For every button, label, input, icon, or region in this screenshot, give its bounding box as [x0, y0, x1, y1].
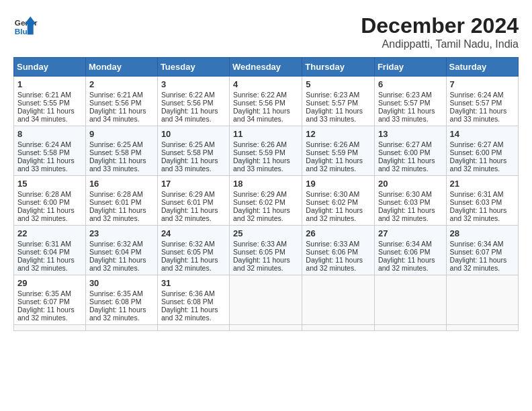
calendar-cell: 1Sunrise: 6:21 AMSunset: 5:55 PMDaylight…	[14, 77, 86, 126]
calendar-cell	[374, 275, 446, 325]
daylight-label: Daylight: 11 hours	[378, 107, 435, 115]
daylight-minutes: and 34 minutes.	[89, 115, 140, 123]
day-number: 24	[161, 228, 226, 238]
daylight-label: Daylight: 11 hours	[233, 107, 290, 115]
calendar-cell: 4Sunrise: 6:22 AMSunset: 5:56 PMDaylight…	[230, 77, 302, 126]
day-number: 30	[89, 278, 154, 288]
calendar-cell: 3Sunrise: 6:22 AMSunset: 5:56 PMDaylight…	[157, 77, 229, 126]
sunset-label: Sunset: 5:59 PM	[306, 148, 358, 156]
calendar-cell: 11Sunrise: 6:26 AMSunset: 5:59 PMDayligh…	[230, 126, 302, 176]
sunset-label: Sunset: 5:58 PM	[17, 148, 70, 156]
daylight-minutes: and 32 minutes.	[161, 264, 212, 272]
sunrise-label: Sunrise: 6:30 AM	[306, 190, 359, 198]
day-number: 13	[378, 129, 443, 139]
sunrise-label: Sunrise: 6:34 AM	[450, 240, 504, 248]
calendar-cell: 18Sunrise: 6:29 AMSunset: 6:02 PMDayligh…	[230, 176, 302, 226]
col-friday: Friday	[374, 58, 446, 77]
day-number: 10	[161, 129, 226, 139]
calendar-cell	[374, 325, 446, 331]
daylight-label: Daylight: 11 hours	[89, 306, 146, 314]
sunset-label: Sunset: 5:58 PM	[161, 148, 214, 156]
day-number: 18	[233, 179, 298, 189]
day-number: 1	[17, 79, 82, 89]
calendar-cell: 21Sunrise: 6:31 AMSunset: 6:03 PMDayligh…	[446, 176, 518, 226]
calendar-cell	[302, 275, 375, 325]
day-number: 9	[89, 129, 154, 139]
daylight-minutes: and 32 minutes.	[306, 165, 356, 173]
daylight-minutes: and 32 minutes.	[17, 264, 68, 272]
calendar-cell: 29Sunrise: 6:35 AMSunset: 6:07 PMDayligh…	[14, 275, 86, 325]
calendar-cell: 17Sunrise: 6:29 AMSunset: 6:01 PMDayligh…	[157, 176, 229, 226]
sunrise-label: Sunrise: 6:23 AM	[306, 91, 359, 99]
daylight-minutes: and 33 minutes.	[89, 165, 140, 173]
sunset-label: Sunset: 6:05 PM	[161, 248, 214, 256]
calendar-cell: 24Sunrise: 6:32 AMSunset: 6:05 PMDayligh…	[157, 226, 229, 275]
daylight-label: Daylight: 11 hours	[89, 206, 146, 214]
daylight-label: Daylight: 11 hours	[89, 156, 146, 165]
calendar-cell: 5Sunrise: 6:23 AMSunset: 5:57 PMDaylight…	[302, 77, 375, 126]
day-number: 5	[306, 79, 371, 89]
sunset-label: Sunset: 6:01 PM	[161, 198, 214, 206]
sunrise-label: Sunrise: 6:32 AM	[89, 240, 143, 248]
daylight-minutes: and 34 minutes.	[161, 115, 212, 123]
daylight-label: Daylight: 11 hours	[161, 256, 218, 264]
calendar-cell: 20Sunrise: 6:30 AMSunset: 6:03 PMDayligh…	[374, 176, 446, 226]
daylight-label: Daylight: 11 hours	[17, 156, 75, 165]
calendar-cell	[85, 325, 157, 331]
col-wednesday: Wednesday	[230, 58, 302, 77]
sunrise-label: Sunrise: 6:33 AM	[306, 240, 359, 248]
calendar-row: 8Sunrise: 6:24 AMSunset: 5:58 PMDaylight…	[14, 126, 519, 176]
location: Andippatti, Tamil Nadu, India	[361, 38, 519, 50]
sunrise-label: Sunrise: 6:35 AM	[17, 289, 71, 298]
sunrise-label: Sunrise: 6:22 AM	[161, 91, 215, 99]
calendar-header-row: Sunday Monday Tuesday Wednesday Thursday…	[14, 58, 519, 77]
day-number: 27	[378, 228, 443, 238]
day-number: 11	[233, 129, 298, 139]
sunrise-label: Sunrise: 6:31 AM	[17, 240, 71, 248]
day-number: 12	[306, 129, 371, 139]
sunset-label: Sunset: 5:57 PM	[306, 99, 358, 107]
daylight-label: Daylight: 11 hours	[378, 156, 435, 165]
sunrise-label: Sunrise: 6:28 AM	[17, 190, 71, 198]
page-header: General Blue December 2024 Andippatti, T…	[13, 13, 519, 50]
sunrise-label: Sunrise: 6:29 AM	[161, 190, 215, 198]
daylight-minutes: and 32 minutes.	[17, 214, 68, 222]
calendar-body: 1Sunrise: 6:21 AMSunset: 5:55 PMDaylight…	[14, 77, 519, 331]
calendar-cell: 22Sunrise: 6:31 AMSunset: 6:04 PMDayligh…	[14, 226, 86, 275]
calendar-cell: 31Sunrise: 6:36 AMSunset: 6:08 PMDayligh…	[157, 275, 229, 325]
calendar-cell: 13Sunrise: 6:27 AMSunset: 6:00 PMDayligh…	[374, 126, 446, 176]
day-number: 7	[450, 79, 515, 89]
sunrise-label: Sunrise: 6:22 AM	[233, 91, 287, 99]
sunrise-label: Sunrise: 6:34 AM	[378, 240, 432, 248]
daylight-minutes: and 34 minutes.	[233, 115, 283, 123]
calendar-cell	[302, 325, 375, 331]
day-number: 20	[378, 179, 443, 189]
daylight-label: Daylight: 11 hours	[306, 206, 363, 214]
sunrise-label: Sunrise: 6:27 AM	[450, 140, 504, 148]
daylight-minutes: and 32 minutes.	[450, 214, 500, 222]
calendar-cell	[446, 325, 518, 331]
daylight-label: Daylight: 11 hours	[89, 256, 146, 264]
calendar-cell: 8Sunrise: 6:24 AMSunset: 5:58 PMDaylight…	[14, 126, 86, 176]
day-number: 22	[17, 228, 82, 238]
calendar-cell: 7Sunrise: 6:24 AMSunset: 5:57 PMDaylight…	[446, 77, 518, 126]
calendar-cell	[230, 275, 302, 325]
sunrise-label: Sunrise: 6:24 AM	[17, 140, 71, 148]
daylight-label: Daylight: 11 hours	[89, 107, 146, 115]
daylight-minutes: and 32 minutes.	[450, 264, 500, 272]
month-year: December 2024	[361, 13, 519, 38]
calendar-row: 22Sunrise: 6:31 AMSunset: 6:04 PMDayligh…	[14, 226, 519, 275]
daylight-minutes: and 32 minutes.	[17, 314, 68, 322]
sunrise-label: Sunrise: 6:24 AM	[450, 91, 504, 99]
sunrise-label: Sunrise: 6:26 AM	[306, 140, 359, 148]
daylight-minutes: and 32 minutes.	[306, 264, 356, 272]
day-number: 2	[89, 79, 154, 89]
day-number: 17	[161, 179, 226, 189]
day-number: 3	[161, 79, 226, 89]
calendar-cell: 9Sunrise: 6:25 AMSunset: 5:58 PMDaylight…	[85, 126, 157, 176]
col-sunday: Sunday	[14, 58, 86, 77]
sunset-label: Sunset: 6:04 PM	[17, 248, 70, 256]
daylight-label: Daylight: 11 hours	[17, 306, 75, 314]
daylight-minutes: and 32 minutes.	[89, 314, 140, 322]
daylight-label: Daylight: 11 hours	[17, 107, 75, 115]
